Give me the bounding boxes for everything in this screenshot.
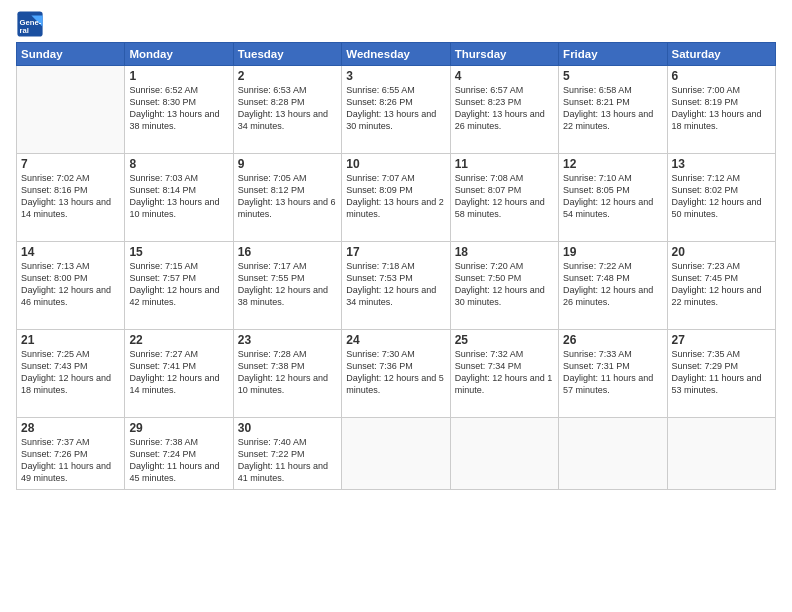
day-number: 24 <box>346 333 445 347</box>
calendar-cell: 6Sunrise: 7:00 AM Sunset: 8:19 PM Daylig… <box>667 66 775 154</box>
day-number: 10 <box>346 157 445 171</box>
calendar-cell: 2Sunrise: 6:53 AM Sunset: 8:28 PM Daylig… <box>233 66 341 154</box>
calendar-week-2: 7Sunrise: 7:02 AM Sunset: 8:16 PM Daylig… <box>17 154 776 242</box>
cell-info: Sunrise: 7:22 AM Sunset: 7:48 PM Dayligh… <box>563 260 662 309</box>
calendar-week-4: 21Sunrise: 7:25 AM Sunset: 7:43 PM Dayli… <box>17 330 776 418</box>
weekday-row: SundayMondayTuesdayWednesdayThursdayFrid… <box>17 43 776 66</box>
cell-info: Sunrise: 7:28 AM Sunset: 7:38 PM Dayligh… <box>238 348 337 397</box>
day-number: 4 <box>455 69 554 83</box>
day-number: 26 <box>563 333 662 347</box>
cell-info: Sunrise: 7:32 AM Sunset: 7:34 PM Dayligh… <box>455 348 554 397</box>
cell-info: Sunrise: 7:18 AM Sunset: 7:53 PM Dayligh… <box>346 260 445 309</box>
calendar-cell: 17Sunrise: 7:18 AM Sunset: 7:53 PM Dayli… <box>342 242 450 330</box>
calendar-week-3: 14Sunrise: 7:13 AM Sunset: 8:00 PM Dayli… <box>17 242 776 330</box>
calendar-cell: 26Sunrise: 7:33 AM Sunset: 7:31 PM Dayli… <box>559 330 667 418</box>
cell-info: Sunrise: 7:15 AM Sunset: 7:57 PM Dayligh… <box>129 260 228 309</box>
cell-info: Sunrise: 7:00 AM Sunset: 8:19 PM Dayligh… <box>672 84 771 133</box>
calendar-header: SundayMondayTuesdayWednesdayThursdayFrid… <box>17 43 776 66</box>
calendar-cell: 18Sunrise: 7:20 AM Sunset: 7:50 PM Dayli… <box>450 242 558 330</box>
calendar-cell: 24Sunrise: 7:30 AM Sunset: 7:36 PM Dayli… <box>342 330 450 418</box>
cell-info: Sunrise: 7:03 AM Sunset: 8:14 PM Dayligh… <box>129 172 228 221</box>
calendar-cell: 13Sunrise: 7:12 AM Sunset: 8:02 PM Dayli… <box>667 154 775 242</box>
cell-info: Sunrise: 7:17 AM Sunset: 7:55 PM Dayligh… <box>238 260 337 309</box>
day-number: 5 <box>563 69 662 83</box>
calendar-cell: 15Sunrise: 7:15 AM Sunset: 7:57 PM Dayli… <box>125 242 233 330</box>
day-number: 21 <box>21 333 120 347</box>
day-number: 16 <box>238 245 337 259</box>
day-number: 13 <box>672 157 771 171</box>
day-number: 20 <box>672 245 771 259</box>
day-number: 28 <box>21 421 120 435</box>
day-number: 17 <box>346 245 445 259</box>
cell-info: Sunrise: 7:35 AM Sunset: 7:29 PM Dayligh… <box>672 348 771 397</box>
calendar-week-5: 28Sunrise: 7:37 AM Sunset: 7:26 PM Dayli… <box>17 418 776 490</box>
cell-info: Sunrise: 7:23 AM Sunset: 7:45 PM Dayligh… <box>672 260 771 309</box>
logo-icon: Gene- ral <box>16 10 44 38</box>
day-number: 25 <box>455 333 554 347</box>
calendar-cell: 9Sunrise: 7:05 AM Sunset: 8:12 PM Daylig… <box>233 154 341 242</box>
calendar-cell: 28Sunrise: 7:37 AM Sunset: 7:26 PM Dayli… <box>17 418 125 490</box>
calendar-cell: 29Sunrise: 7:38 AM Sunset: 7:24 PM Dayli… <box>125 418 233 490</box>
day-number: 9 <box>238 157 337 171</box>
weekday-header-thursday: Thursday <box>450 43 558 66</box>
day-number: 7 <box>21 157 120 171</box>
cell-info: Sunrise: 7:37 AM Sunset: 7:26 PM Dayligh… <box>21 436 120 485</box>
calendar-cell: 16Sunrise: 7:17 AM Sunset: 7:55 PM Dayli… <box>233 242 341 330</box>
weekday-header-wednesday: Wednesday <box>342 43 450 66</box>
cell-info: Sunrise: 7:13 AM Sunset: 8:00 PM Dayligh… <box>21 260 120 309</box>
cell-info: Sunrise: 7:25 AM Sunset: 7:43 PM Dayligh… <box>21 348 120 397</box>
calendar-cell: 30Sunrise: 7:40 AM Sunset: 7:22 PM Dayli… <box>233 418 341 490</box>
day-number: 8 <box>129 157 228 171</box>
calendar-table: SundayMondayTuesdayWednesdayThursdayFrid… <box>16 42 776 490</box>
page: Gene- ral SundayMondayTuesdayWednesdayTh… <box>0 0 792 500</box>
cell-info: Sunrise: 6:58 AM Sunset: 8:21 PM Dayligh… <box>563 84 662 133</box>
day-number: 6 <box>672 69 771 83</box>
cell-info: Sunrise: 7:27 AM Sunset: 7:41 PM Dayligh… <box>129 348 228 397</box>
svg-text:ral: ral <box>20 26 29 35</box>
cell-info: Sunrise: 7:10 AM Sunset: 8:05 PM Dayligh… <box>563 172 662 221</box>
calendar-week-1: 1Sunrise: 6:52 AM Sunset: 8:30 PM Daylig… <box>17 66 776 154</box>
calendar-cell: 4Sunrise: 6:57 AM Sunset: 8:23 PM Daylig… <box>450 66 558 154</box>
calendar-cell: 14Sunrise: 7:13 AM Sunset: 8:00 PM Dayli… <box>17 242 125 330</box>
day-number: 14 <box>21 245 120 259</box>
calendar-cell: 21Sunrise: 7:25 AM Sunset: 7:43 PM Dayli… <box>17 330 125 418</box>
calendar-body: 1Sunrise: 6:52 AM Sunset: 8:30 PM Daylig… <box>17 66 776 490</box>
cell-info: Sunrise: 6:52 AM Sunset: 8:30 PM Dayligh… <box>129 84 228 133</box>
day-number: 27 <box>672 333 771 347</box>
cell-info: Sunrise: 7:30 AM Sunset: 7:36 PM Dayligh… <box>346 348 445 397</box>
cell-info: Sunrise: 7:20 AM Sunset: 7:50 PM Dayligh… <box>455 260 554 309</box>
calendar-cell <box>667 418 775 490</box>
weekday-header-monday: Monday <box>125 43 233 66</box>
day-number: 11 <box>455 157 554 171</box>
calendar-cell: 5Sunrise: 6:58 AM Sunset: 8:21 PM Daylig… <box>559 66 667 154</box>
cell-info: Sunrise: 7:38 AM Sunset: 7:24 PM Dayligh… <box>129 436 228 485</box>
weekday-header-friday: Friday <box>559 43 667 66</box>
calendar-cell: 7Sunrise: 7:02 AM Sunset: 8:16 PM Daylig… <box>17 154 125 242</box>
cell-info: Sunrise: 7:12 AM Sunset: 8:02 PM Dayligh… <box>672 172 771 221</box>
day-number: 30 <box>238 421 337 435</box>
day-number: 15 <box>129 245 228 259</box>
day-number: 12 <box>563 157 662 171</box>
header: Gene- ral <box>16 10 776 38</box>
calendar-cell: 12Sunrise: 7:10 AM Sunset: 8:05 PM Dayli… <box>559 154 667 242</box>
day-number: 22 <box>129 333 228 347</box>
cell-info: Sunrise: 6:53 AM Sunset: 8:28 PM Dayligh… <box>238 84 337 133</box>
calendar-cell: 3Sunrise: 6:55 AM Sunset: 8:26 PM Daylig… <box>342 66 450 154</box>
day-number: 3 <box>346 69 445 83</box>
calendar-cell: 20Sunrise: 7:23 AM Sunset: 7:45 PM Dayli… <box>667 242 775 330</box>
day-number: 23 <box>238 333 337 347</box>
cell-info: Sunrise: 7:02 AM Sunset: 8:16 PM Dayligh… <box>21 172 120 221</box>
day-number: 1 <box>129 69 228 83</box>
cell-info: Sunrise: 7:40 AM Sunset: 7:22 PM Dayligh… <box>238 436 337 485</box>
calendar-cell: 27Sunrise: 7:35 AM Sunset: 7:29 PM Dayli… <box>667 330 775 418</box>
calendar-cell <box>559 418 667 490</box>
calendar-cell: 8Sunrise: 7:03 AM Sunset: 8:14 PM Daylig… <box>125 154 233 242</box>
calendar-cell: 19Sunrise: 7:22 AM Sunset: 7:48 PM Dayli… <box>559 242 667 330</box>
weekday-header-sunday: Sunday <box>17 43 125 66</box>
cell-info: Sunrise: 6:57 AM Sunset: 8:23 PM Dayligh… <box>455 84 554 133</box>
calendar-cell: 23Sunrise: 7:28 AM Sunset: 7:38 PM Dayli… <box>233 330 341 418</box>
day-number: 18 <box>455 245 554 259</box>
day-number: 19 <box>563 245 662 259</box>
cell-info: Sunrise: 7:33 AM Sunset: 7:31 PM Dayligh… <box>563 348 662 397</box>
cell-info: Sunrise: 7:07 AM Sunset: 8:09 PM Dayligh… <box>346 172 445 221</box>
